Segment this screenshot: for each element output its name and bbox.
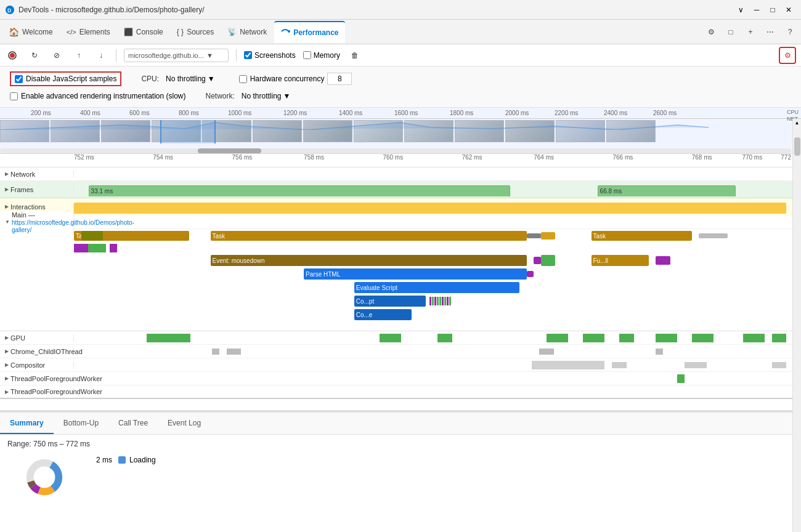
screenshots-checkbox[interactable] — [244, 51, 252, 59]
main-flame-area[interactable]: Task Task Task — [0, 229, 801, 331]
threadpool2-expand-icon[interactable]: ▶ — [5, 389, 9, 395]
restore-btn[interactable]: □ — [765, 2, 780, 17]
sources-icon: { } — [177, 28, 184, 36]
tab-bottom-up[interactable]: Bottom-Up — [54, 413, 108, 434]
main-label-row: ▼ Main — https://microsoftedge.github.io… — [0, 216, 801, 229]
gpu-bar-9 — [743, 334, 765, 342]
screenshot-strip — [0, 120, 801, 143]
help-btn[interactable]: ? — [781, 23, 799, 41]
threadpool1-label[interactable]: ▶ ThreadPoolForegroundWorker — [0, 375, 74, 382]
nav-tabs: 🏠 Welcome </> Elements ⬛ Console { } Sou… — [0, 20, 801, 44]
tab-console[interactable]: ⬛ Console — [118, 21, 169, 43]
gpu-bar-1 — [147, 334, 190, 342]
network-label[interactable]: ▶ Network — [0, 171, 74, 178]
tracks-container[interactable]: ▶ Network ▶ Frames 33.1 ms 66.8 ms — [0, 167, 801, 410]
disable-js-check[interactable]: Disable JavaScript samples — [10, 71, 121, 86]
tab-network[interactable]: 📡 Network — [221, 21, 273, 43]
frames-label[interactable]: ▶ Frames — [0, 186, 74, 193]
reload-btn[interactable]: ↻ — [27, 48, 42, 63]
trash-btn[interactable]: 🗑 — [348, 48, 362, 63]
purple-bar — [74, 244, 88, 252]
screenshots-check[interactable]: Screenshots — [244, 51, 296, 60]
tab-elements[interactable]: </> Elements — [60, 21, 116, 43]
main-row-2: Event: mousedown Fu...ll — [74, 254, 792, 267]
compositor-bar-4 — [772, 362, 787, 368]
hw-concurrency-check[interactable]: Hardware concurrency — [239, 73, 352, 85]
tab-call-tree[interactable]: Call Tree — [108, 413, 158, 434]
memory-check[interactable]: Memory — [303, 51, 340, 60]
bottom-scrollbar[interactable] — [792, 131, 801, 532]
gpu-label[interactable]: ▶ GPU — [0, 334, 74, 342]
record-btn[interactable] — [5, 48, 20, 63]
main-expand-icon[interactable]: ▼ — [5, 219, 10, 225]
hw-checkbox[interactable] — [239, 75, 247, 83]
compositor-label[interactable]: ▶ Compositor — [0, 361, 74, 369]
frame-bar-1[interactable]: 33.1 ms — [89, 185, 510, 196]
gpu-expand-icon[interactable]: ▶ — [5, 335, 9, 341]
compile-e-bar[interactable]: Co...e — [354, 309, 412, 320]
tab-summary[interactable]: Summary — [0, 413, 54, 434]
threadpool2-label[interactable]: ▶ ThreadPoolForegroundWorker — [0, 388, 74, 395]
tab-event-log[interactable]: Event Log — [158, 413, 211, 434]
overview-scrollbar-thumb[interactable] — [198, 148, 261, 153]
frame-bar-2[interactable]: 66.8 ms — [598, 185, 736, 196]
download-btn[interactable]: ↓ — [94, 48, 108, 63]
hw-input[interactable] — [327, 73, 352, 85]
compile-mini-bars — [429, 297, 451, 305]
interactions-expand-icon[interactable]: ▶ — [5, 204, 9, 209]
summary-content: 2 ms Loading — [7, 453, 794, 501]
tick-756: 756 ms — [232, 154, 253, 161]
scroll-up-arrow[interactable]: ▲ — [795, 120, 800, 126]
tab-welcome[interactable]: 🏠 Welcome — [2, 21, 59, 43]
more-btn[interactable]: ⋯ — [762, 23, 779, 41]
io-bar-4 — [656, 349, 663, 355]
devtools-icon: D — [5, 5, 15, 15]
task-bar-2[interactable]: Task — [211, 231, 527, 241]
network-dropdown[interactable]: No throttling ▼ — [237, 90, 295, 102]
disable-js-checkbox[interactable] — [15, 75, 23, 83]
tick-768: 768 ms — [692, 154, 712, 161]
interaction-bar[interactable] — [74, 203, 786, 214]
evaluate-bar[interactable]: Evaluate Script — [354, 282, 519, 293]
task-bar-3[interactable]: Task — [592, 231, 692, 241]
tab-performance[interactable]: Performance — [274, 21, 344, 43]
advanced-check[interactable]: Enable advanced rendering instrumentatio… — [10, 92, 186, 100]
childio-label[interactable]: ▶ Chrome_ChildIOThread — [0, 348, 74, 355]
compositor-expand-icon[interactable]: ▶ — [5, 362, 9, 368]
tab-sources[interactable]: { } Sources — [171, 21, 220, 43]
childio-expand-icon[interactable]: ▶ — [5, 349, 9, 354]
upload-btn[interactable]: ↑ — [71, 48, 86, 63]
event-mousedown-bar[interactable]: Event: mousedown — [211, 255, 527, 266]
gpu-track: ▶ GPU — [0, 331, 801, 345]
advanced-checkbox[interactable] — [10, 92, 18, 100]
full-bar[interactable]: Fu...ll — [592, 255, 649, 266]
network-expand-icon[interactable]: ▶ — [5, 171, 9, 177]
childio-track: ▶ Chrome_ChildIOThread — [0, 345, 801, 358]
main-label[interactable]: ▼ Main — https://microsoftedge.github.io… — [0, 211, 74, 233]
timeline-selection[interactable] — [160, 120, 216, 143]
parse-html-bar[interactable]: Parse HTML — [304, 268, 526, 280]
frames-expand-icon[interactable]: ▶ — [5, 187, 9, 192]
minimize-btn[interactable]: ─ — [749, 2, 764, 17]
svg-text:D: D — [7, 7, 12, 14]
tick-2400: 2400 ms — [604, 110, 627, 116]
compile-pt-bar[interactable]: Co...pt — [354, 296, 426, 307]
dock-btn[interactable]: □ — [722, 23, 739, 41]
cpu-dropdown[interactable]: No throttling ▼ — [161, 73, 219, 85]
clear-btn[interactable]: ⊘ — [49, 48, 64, 63]
overview-timeline[interactable]: 200 ms 400 ms 600 ms 800 ms 1000 ms 1200… — [0, 108, 801, 154]
memory-checkbox[interactable] — [303, 51, 311, 59]
settings-icon-btn[interactable]: ⚙ — [702, 23, 720, 41]
gpu-bar-6 — [619, 334, 634, 342]
overview-scrollbar[interactable] — [0, 148, 791, 153]
settings-btn-highlighted[interactable]: ⚙ — [779, 47, 796, 64]
gpu-bar-3 — [437, 334, 452, 342]
interactions-label[interactable]: ▶ Interactions — [0, 203, 74, 211]
io-bar-3 — [539, 349, 554, 355]
chevron-down-btn[interactable]: ∨ — [733, 2, 748, 17]
bottom-scrollbar-thumb[interactable] — [794, 137, 800, 156]
threadpool1-expand-icon[interactable]: ▶ — [5, 376, 9, 381]
add-tab-btn[interactable]: + — [742, 23, 759, 41]
close-btn[interactable]: ✕ — [781, 2, 796, 17]
cpu-dropdown-icon: ▼ — [208, 75, 215, 83]
